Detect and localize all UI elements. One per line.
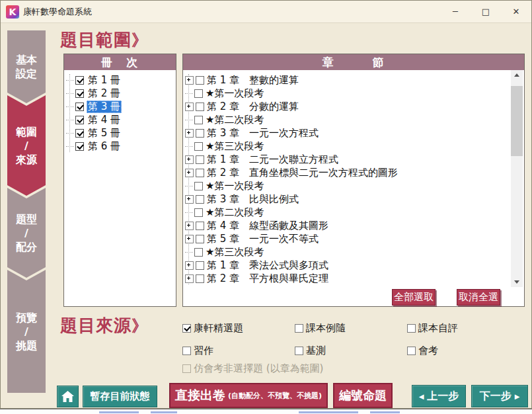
source-option[interactable]: 基測 [295, 345, 407, 357]
chapter-checkbox[interactable] [194, 182, 203, 190]
chapter-row[interactable]: ★第二次段考 [183, 206, 524, 219]
chapter-label[interactable]: 第 3 章 一元一次方程式 [207, 127, 319, 140]
expand-plus-icon[interactable] [185, 235, 194, 243]
volume-checkbox[interactable] [75, 129, 84, 138]
source-option[interactable]: 課本自評 [407, 322, 519, 335]
chapter-row[interactable]: 第 5 章 一元一次不等式 [183, 232, 524, 245]
chapter-label[interactable]: 第 1 章 二元一次聯立方程式 [207, 153, 338, 166]
chapter-label[interactable]: 第 2 章 分數的運算 [207, 101, 299, 113]
chapter-checkbox[interactable] [194, 208, 203, 217]
direct-exam-button[interactable]: 直接出卷 (自動配分、不預覽、不挑題) [169, 383, 328, 408]
sidebar-tab[interactable]: 範圍/來源 [7, 95, 46, 196]
volume-label[interactable]: 第 4 冊 [87, 114, 122, 126]
volume-label[interactable]: 第 3 冊 [87, 101, 122, 113]
chapter-checkbox[interactable] [196, 103, 204, 111]
chapter-checkbox[interactable] [196, 76, 204, 85]
chapter-row[interactable]: 第 2 章 平方根與畢氏定理 [183, 272, 524, 285]
home-button[interactable] [57, 386, 79, 407]
expand-plus-icon[interactable] [185, 76, 194, 85]
numbering-button[interactable]: 編號命題 [333, 383, 393, 408]
expand-plus-icon[interactable] [185, 129, 194, 138]
expand-plus-icon[interactable] [185, 222, 194, 230]
chapter-scrollbar[interactable] [511, 70, 523, 287]
volume-checkbox[interactable] [75, 89, 84, 98]
chapter-label[interactable]: 第 4 章 線型函數及其圖形 [207, 220, 328, 232]
chapter-row[interactable]: 第 1 章 乘法公式與多項式 [183, 259, 524, 272]
next-step-button[interactable]: 下一步 ▶ [471, 385, 528, 407]
chapter-row[interactable]: 第 3 章 一元一次方程式 [183, 126, 524, 140]
chapter-row[interactable]: 第 1 章 二元一次聯立方程式 [183, 153, 524, 166]
chapter-checkbox[interactable] [194, 89, 203, 98]
source-option[interactable]: 課本例隨 [295, 322, 407, 335]
chapter-label[interactable]: 第 2 章 平方根與畢氏定理 [207, 272, 328, 285]
source-checkbox[interactable] [407, 324, 416, 333]
source-checkbox[interactable] [295, 324, 303, 333]
volume-row[interactable]: 第 5 冊 [64, 126, 176, 140]
chapter-row[interactable]: 第 2 章 分數的運算 [183, 100, 524, 113]
chapter-label[interactable]: ★第二次段考 [206, 206, 264, 219]
volume-checkbox[interactable] [75, 142, 84, 151]
chapter-row[interactable]: 第 3 章 比與比例式 [183, 192, 524, 206]
chapter-label[interactable]: ★第二次段考 [206, 114, 264, 126]
chapter-checkbox[interactable] [196, 261, 204, 270]
chapter-row[interactable]: 第 1 章 整數的運算 [183, 73, 524, 87]
save-state-button[interactable]: 暫存目前狀態 [83, 386, 157, 407]
source-option[interactable]: 康軒精選題 [182, 322, 295, 335]
expand-plus-icon[interactable] [185, 103, 194, 111]
expand-plus-icon[interactable] [185, 169, 194, 177]
volume-label[interactable]: 第 2 冊 [87, 87, 122, 100]
chapter-label[interactable]: ★第一次段考 [206, 180, 264, 192]
chapter-label[interactable]: 第 1 章 整數的運算 [207, 74, 299, 87]
previous-step-button[interactable]: ◀ 上一步 [412, 385, 466, 407]
chapter-checkbox[interactable] [196, 195, 204, 204]
chapter-checkbox[interactable] [196, 169, 204, 177]
chapter-checkbox[interactable] [196, 274, 204, 283]
chapter-checkbox[interactable] [196, 155, 204, 164]
chapter-row[interactable]: ★第一次段考 [183, 179, 524, 192]
deselect-all-button[interactable]: 取消全選 [457, 289, 500, 306]
volume-checkbox[interactable] [75, 103, 84, 111]
source-checkbox[interactable] [182, 324, 191, 333]
close-icon[interactable]: ✕ [501, 1, 531, 22]
chapter-checkbox[interactable] [194, 142, 203, 151]
chapter-checkbox[interactable] [196, 235, 204, 243]
chapter-row[interactable]: ★第三次段考 [183, 245, 524, 259]
chapter-label[interactable]: ★第三次段考 [206, 140, 264, 153]
maximize-icon[interactable]: □ [471, 1, 501, 22]
volume-row[interactable]: 第 3 冊 [64, 100, 176, 113]
expand-plus-icon[interactable] [185, 274, 194, 283]
sidebar-tab[interactable]: 預覽/挑題 [7, 270, 46, 393]
chapter-label[interactable]: 第 2 章 直角坐標與二元一次方程式的圖形 [207, 167, 398, 179]
source-option[interactable]: 會考 [407, 345, 519, 357]
sidebar-tab[interactable]: 基本設定 [7, 30, 46, 103]
volume-row[interactable]: 第 2 冊 [64, 87, 176, 100]
source-option[interactable]: 習作 [182, 345, 295, 357]
select-all-button[interactable]: 全部選取 [392, 289, 436, 306]
volume-label[interactable]: 第 6 冊 [87, 140, 122, 153]
sidebar-tab[interactable]: 題型/配分 [7, 188, 46, 278]
chapter-checkbox[interactable] [194, 248, 203, 257]
scroll-up-icon[interactable] [511, 70, 523, 80]
scrollbar-thumb[interactable] [511, 86, 523, 156]
chapter-label[interactable]: 第 5 章 一元一次不等式 [207, 233, 319, 245]
chapter-label[interactable]: 第 1 章 乘法公式與多項式 [207, 259, 328, 272]
chapter-checkbox[interactable] [196, 222, 204, 230]
source-checkbox[interactable] [407, 347, 416, 355]
chapter-checkbox[interactable] [194, 116, 203, 124]
scroll-down-icon[interactable] [511, 277, 523, 287]
chapter-row[interactable]: ★第二次段考 [183, 113, 524, 126]
volume-label[interactable]: 第 1 冊 [87, 74, 122, 87]
chapter-label[interactable]: ★第三次段考 [206, 246, 264, 259]
volume-checkbox[interactable] [75, 116, 84, 124]
volume-row[interactable]: 第 6 冊 [64, 140, 176, 153]
chapter-label[interactable]: 第 3 章 比與比例式 [207, 193, 299, 206]
volume-row[interactable]: 第 4 冊 [64, 113, 176, 126]
expand-plus-icon[interactable] [185, 261, 194, 270]
volume-row[interactable]: 第 1 冊 [64, 73, 176, 87]
chapter-row[interactable]: 第 4 章 線型函數及其圖形 [183, 219, 524, 232]
source-checkbox[interactable] [182, 347, 191, 355]
chapter-row[interactable]: ★第三次段考 [183, 140, 524, 153]
chapter-row[interactable]: ★第一次段考 [183, 87, 524, 100]
expand-plus-icon[interactable] [185, 155, 194, 164]
source-checkbox[interactable] [295, 347, 303, 355]
